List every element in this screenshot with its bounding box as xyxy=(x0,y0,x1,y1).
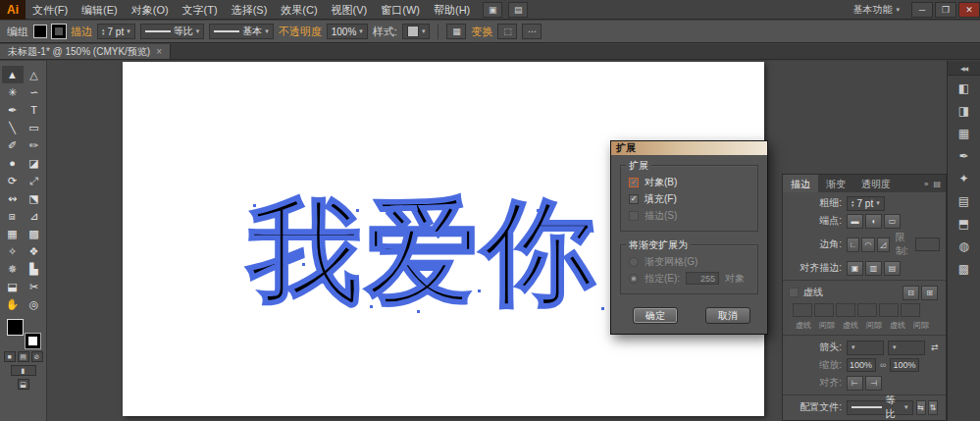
menu-help[interactable]: 帮助(H) xyxy=(427,0,477,20)
object-checkbox[interactable]: ✓ xyxy=(629,178,639,187)
link-icon[interactable]: ∞ xyxy=(880,360,886,370)
option-fill[interactable]: ✓ 填充(F) xyxy=(629,190,749,207)
menu-effect[interactable]: 效果(C) xyxy=(274,0,324,20)
paintbrush-tool[interactable]: ✐ xyxy=(2,136,24,154)
expand-panels-button[interactable]: ◀◀ xyxy=(948,61,980,76)
option-stroke[interactable]: 描边(S) xyxy=(629,207,749,224)
restore-button[interactable]: ❐ xyxy=(935,2,956,18)
stroke-checkbox[interactable] xyxy=(629,211,639,221)
layers-panel-icon[interactable]: ▤ xyxy=(952,190,977,211)
graphic-styles-panel-icon[interactable]: ▩ xyxy=(952,258,977,279)
arrow-align-end-button[interactable]: ⊣ xyxy=(865,376,882,391)
align-stroke-center-button[interactable]: ▣ xyxy=(847,261,863,276)
menu-object[interactable]: 对象(O) xyxy=(125,0,176,20)
stepper-icon[interactable]: ▴▾ xyxy=(102,27,105,35)
mesh-tool[interactable]: ▦ xyxy=(2,225,24,242)
draw-mode-button[interactable]: ▮ xyxy=(11,365,36,376)
cap-projecting-button[interactable]: ▭ xyxy=(884,214,901,229)
magic-wand-tool[interactable]: ✳ xyxy=(2,83,24,101)
artboard-tool[interactable]: ⬓ xyxy=(2,278,24,295)
brush-definition-combo[interactable]: 基本 ▾ xyxy=(209,24,274,39)
menu-type[interactable]: 文字(T) xyxy=(176,0,225,20)
arrow-align-tip-button[interactable]: ⊢ xyxy=(847,376,863,391)
flip-along-button[interactable]: ⇆ xyxy=(916,400,926,415)
specify-radio[interactable] xyxy=(629,274,639,284)
ok-button[interactable]: 确定 xyxy=(633,307,678,324)
panel-menu-icon[interactable]: ▤ xyxy=(933,180,941,188)
pencil-tool[interactable]: ✏ xyxy=(24,136,45,154)
width-profile-combo[interactable]: 等比 ▾ xyxy=(140,24,205,39)
color-guide-panel-icon[interactable]: ◨ xyxy=(952,100,977,121)
gap-input-1[interactable] xyxy=(814,303,834,317)
fill-stroke-control[interactable] xyxy=(7,319,40,348)
scale-tool[interactable]: ⤢ xyxy=(24,172,45,189)
color-button[interactable]: ■ xyxy=(4,351,16,362)
miter-limit-input[interactable] xyxy=(915,237,940,251)
line-segment-tool[interactable]: ╲ xyxy=(2,119,24,136)
workspace-switcher[interactable]: 基本功能 ▾ xyxy=(852,3,900,17)
weight-combo[interactable]: ▴▾ 7 pt ▾ xyxy=(847,196,885,211)
lasso-tool[interactable]: ∽ xyxy=(24,83,45,101)
option-object[interactable]: ✓ 对象(B) xyxy=(629,174,749,190)
specify-input[interactable]: 255 xyxy=(686,272,719,285)
eyedropper-tool[interactable]: ✧ xyxy=(2,242,24,260)
rectangle-tool[interactable]: ▭ xyxy=(24,119,45,136)
color-panel-icon[interactable]: ◧ xyxy=(952,78,977,98)
join-round-button[interactable]: ◠ xyxy=(861,237,874,252)
align-stroke-outside-button[interactable]: ▤ xyxy=(884,261,901,276)
fill-checkbox[interactable]: ✓ xyxy=(629,194,639,204)
tab-transparency[interactable]: 透明度 xyxy=(853,175,899,192)
profile-combo[interactable]: 等比 ▾ xyxy=(847,400,913,415)
free-transform-tool[interactable]: ⬔ xyxy=(24,189,45,207)
stroke-width-combo[interactable]: ▴▾ 7 pt ▾ xyxy=(97,24,135,39)
arrow-scale-start-input[interactable]: 100% xyxy=(847,358,876,372)
eraser-tool[interactable]: ◪ xyxy=(24,154,45,172)
dash-input-2[interactable] xyxy=(836,303,855,317)
dash-align-button[interactable]: ⊞ xyxy=(921,286,938,300)
style-combo[interactable]: ▾ xyxy=(402,24,431,39)
opacity-combo[interactable]: 100% ▾ xyxy=(327,24,368,39)
brushes-panel-icon[interactable]: ✒ xyxy=(952,145,977,166)
tab-stroke[interactable]: 描边 xyxy=(783,175,818,192)
shape-builder-tool[interactable]: ⧈ xyxy=(2,207,24,225)
flip-across-button[interactable]: ⇅ xyxy=(928,400,938,415)
menu-edit[interactable]: 编辑(E) xyxy=(75,0,125,20)
artwork-text[interactable]: 我爱你 xyxy=(248,195,598,309)
swap-arrowheads-icon[interactable]: ⇄ xyxy=(931,342,939,352)
appearance-panel-icon[interactable]: ◍ xyxy=(952,236,977,256)
none-button[interactable]: ⊘ xyxy=(31,351,43,362)
slice-tool[interactable]: ✂ xyxy=(24,278,45,295)
pen-tool[interactable]: ✒ xyxy=(2,101,24,119)
gap-input-2[interactable] xyxy=(857,303,877,317)
hand-tool[interactable]: ✋ xyxy=(2,295,24,313)
tab-gradient[interactable]: 渐变 xyxy=(818,175,853,192)
join-bevel-button[interactable]: ◿ xyxy=(877,237,890,252)
cap-butt-button[interactable]: ▬ xyxy=(847,214,863,229)
cap-round-button[interactable]: ◖ xyxy=(865,214,882,229)
rotate-tool[interactable]: ⟳ xyxy=(2,172,24,189)
blob-brush-tool[interactable]: ● xyxy=(2,154,24,172)
option-gradient-mesh[interactable]: 渐变网格(G) xyxy=(629,253,749,270)
stroke-panel-link[interactable]: 描边 xyxy=(71,25,92,39)
dash-preserve-button[interactable]: ⊟ xyxy=(903,286,919,300)
type-tool[interactable]: T xyxy=(24,101,45,119)
stepper-icon[interactable]: ▴▾ xyxy=(851,199,854,207)
minimize-button[interactable]: ─ xyxy=(911,2,933,18)
column-graph-tool[interactable]: ▙ xyxy=(24,260,45,278)
isolate-object-button[interactable]: ⬚ xyxy=(497,24,517,39)
more-options-button[interactable]: ⋯ xyxy=(522,24,542,39)
gradient-tool[interactable]: ▩ xyxy=(24,225,45,242)
arrow-end-combo[interactable]: ▾ xyxy=(888,341,925,355)
stroke-swatch[interactable] xyxy=(26,334,40,348)
direct-selection-tool[interactable]: △ xyxy=(24,66,45,83)
stroke-color-swatch[interactable] xyxy=(52,25,66,38)
screen-mode-button[interactable]: ⬓ xyxy=(18,379,29,390)
menu-window[interactable]: 窗口(W) xyxy=(374,0,427,20)
dashed-line-checkbox[interactable] xyxy=(789,288,799,297)
cancel-button[interactable]: 取消 xyxy=(705,307,750,324)
blend-tool[interactable]: ❖ xyxy=(24,242,45,260)
app-logo[interactable]: Ai xyxy=(0,0,26,20)
option-specify[interactable]: 指定(E): 255 对象 xyxy=(629,270,749,287)
tab-close-icon[interactable]: × xyxy=(156,46,162,57)
gradient-mesh-radio[interactable] xyxy=(629,257,639,267)
